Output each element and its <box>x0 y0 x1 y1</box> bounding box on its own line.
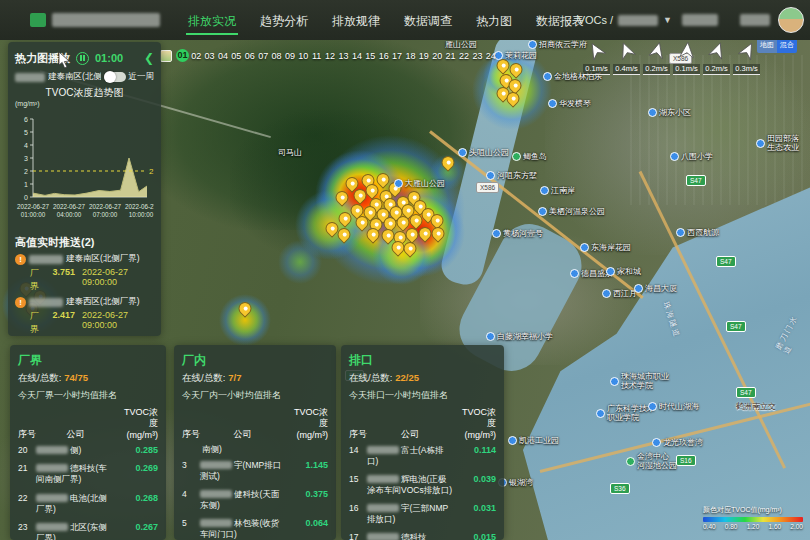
monitor-pin-marker[interactable] <box>239 302 252 318</box>
poi-icon <box>580 243 589 252</box>
table-header: 序号公司TVOC浓度(mg/m³) <box>182 407 328 441</box>
svg-text:2022-06-27: 2022-06-27 <box>125 203 154 210</box>
heat-blob <box>278 240 322 284</box>
poi-icon <box>648 108 657 117</box>
timeline-hour-22[interactable]: 22 <box>458 51 470 61</box>
poi-icon <box>602 289 611 298</box>
monitor-pin-marker[interactable] <box>497 59 510 75</box>
timeline-hour-02[interactable]: 02 <box>190 51 202 61</box>
pause-button[interactable] <box>76 52 89 65</box>
timeline-hour-24[interactable]: 24 <box>485 51 497 61</box>
timeline-hour-04[interactable]: 04 <box>217 51 229 61</box>
logo-mark <box>30 13 46 27</box>
poi-icon <box>492 229 501 238</box>
tab-1[interactable]: 排放实况 <box>186 2 238 39</box>
table-row: 3宇(NMP排口测试)1.145 <box>182 456 328 485</box>
monitor-pin-marker[interactable] <box>432 227 445 243</box>
company-redacted <box>36 464 68 472</box>
row-company: 电池(北侧厂界) <box>36 493 118 515</box>
tab-4[interactable]: 数据调查 <box>402 2 454 39</box>
timeline-hour-09[interactable]: 09 <box>284 51 296 61</box>
monitor-pin-marker[interactable] <box>442 156 455 172</box>
company-redacted <box>36 494 68 502</box>
timeline-hour-14[interactable]: 14 <box>351 51 363 61</box>
table-row: 14富士(A栋排口)0.114 <box>349 441 496 470</box>
user-org-redacted <box>682 14 718 26</box>
poi-icon <box>540 186 549 195</box>
timeline-hour-19[interactable]: 19 <box>418 51 430 61</box>
timeline-hour-08[interactable]: 08 <box>270 51 282 61</box>
source-name: 建泰南区(北侧厂界) <box>48 71 101 83</box>
poi-name: 广东科学技术 职业学院 <box>607 404 655 422</box>
monitor-pin-marker[interactable] <box>336 191 349 207</box>
poi-name: 田园部落 生态农业 <box>767 134 799 152</box>
company-redacted <box>367 533 399 540</box>
timeline-hour-06[interactable]: 06 <box>244 51 256 61</box>
timeline-hour-13[interactable]: 13 <box>337 51 349 61</box>
map-road-2 <box>639 171 786 469</box>
wind-speed-label: 0.1m/s <box>673 64 700 75</box>
company-redacted <box>367 446 399 454</box>
playback-time: 01:00 <box>95 52 123 64</box>
timeline-hour-20[interactable]: 20 <box>431 51 443 61</box>
row-company: 德科技(车间南侧厂界) <box>36 463 118 485</box>
tab-2[interactable]: 趋势分析 <box>258 2 310 39</box>
timeline-hour-05[interactable]: 05 <box>230 51 242 61</box>
row-company: 宇(NMP排口测试) <box>200 460 288 482</box>
push-value: 3.751 <box>53 267 76 293</box>
poi-icon <box>486 332 495 341</box>
timeline-hour-10[interactable]: 10 <box>297 51 309 61</box>
poi-name: 江南岸 <box>551 186 575 195</box>
timeline-hour-18[interactable]: 18 <box>404 51 416 61</box>
poi-name: 凯港工业园 <box>519 436 559 445</box>
timeline-hour-12[interactable]: 12 <box>324 51 336 61</box>
svg-text:2: 2 <box>149 167 154 176</box>
legend-gradient-bar <box>703 517 803 522</box>
poi-name: 河咀东方墅 <box>497 171 537 180</box>
source-toggle[interactable] <box>104 72 126 82</box>
timeline-hour-15[interactable]: 15 <box>364 51 376 61</box>
panel-collapse-chevron-icon[interactable]: ❮ <box>144 51 154 65</box>
poi-name: 白藤湖幸福小学 <box>497 332 553 341</box>
row-company: 辉电池(正极涂布车间VOCs排放口) <box>367 474 456 496</box>
avatar[interactable] <box>778 7 804 33</box>
timeline-hour-03[interactable]: 03 <box>203 51 215 61</box>
monitor-pin-marker[interactable] <box>419 227 432 243</box>
tab-5[interactable]: 热力图 <box>474 2 514 39</box>
row-company: 北区(东侧厂界) <box>36 522 118 540</box>
timeline-hour-07[interactable]: 07 <box>257 51 269 61</box>
tab-3[interactable]: 排放规律 <box>330 2 382 39</box>
timeline-hour-17[interactable]: 17 <box>391 51 403 61</box>
legend-ticks: 0.400.801.201.602.00 <box>703 523 803 530</box>
map-place-label: 湖东小区 <box>648 108 691 117</box>
row-value: 0.269 <box>118 463 158 475</box>
timeline-hour-01[interactable]: 01 <box>176 49 189 62</box>
row-rank: 4 <box>182 489 200 500</box>
map-place-label: 珠海城市职业 技术学院 <box>610 372 669 390</box>
monitor-pin-marker[interactable] <box>339 212 352 228</box>
timeline-hour-23[interactable]: 23 <box>471 51 483 61</box>
push-type: 厂界 <box>30 267 46 293</box>
row-value: 0.039 <box>456 474 496 486</box>
map-place-label: 广东科学技术 职业学院 <box>596 404 655 422</box>
timeline-hour-21[interactable]: 21 <box>444 51 456 61</box>
poi-icon <box>634 284 643 293</box>
legend-tick: 2.00 <box>790 523 803 530</box>
company-redacted <box>200 519 232 527</box>
push-type: 厂界 <box>30 310 46 336</box>
user-name-redacted <box>740 14 770 26</box>
timeline-hour-16[interactable]: 16 <box>377 51 389 61</box>
wind-indicator-1: 0.1m/s <box>582 41 611 75</box>
poi-name: 华发横琴 <box>559 99 591 108</box>
monitor-pin-marker[interactable] <box>507 92 520 108</box>
monitor-pin-marker[interactable] <box>404 242 417 258</box>
push-time: 2022-06-27 09:00:00 <box>82 310 154 336</box>
vocs-dropdown[interactable]: VOCs / ▼ <box>578 14 672 26</box>
monitor-pin-marker[interactable] <box>367 228 380 244</box>
push-data-row: 厂界3.7512022-06-27 09:00:00 <box>30 267 154 293</box>
row-rank: 5 <box>182 518 200 529</box>
monitor-pin-marker[interactable] <box>338 228 351 244</box>
wind-speed-label: 0.1m/s <box>583 64 610 75</box>
row-value: 0.064 <box>288 518 328 530</box>
timeline-hour-11[interactable]: 11 <box>311 51 323 61</box>
